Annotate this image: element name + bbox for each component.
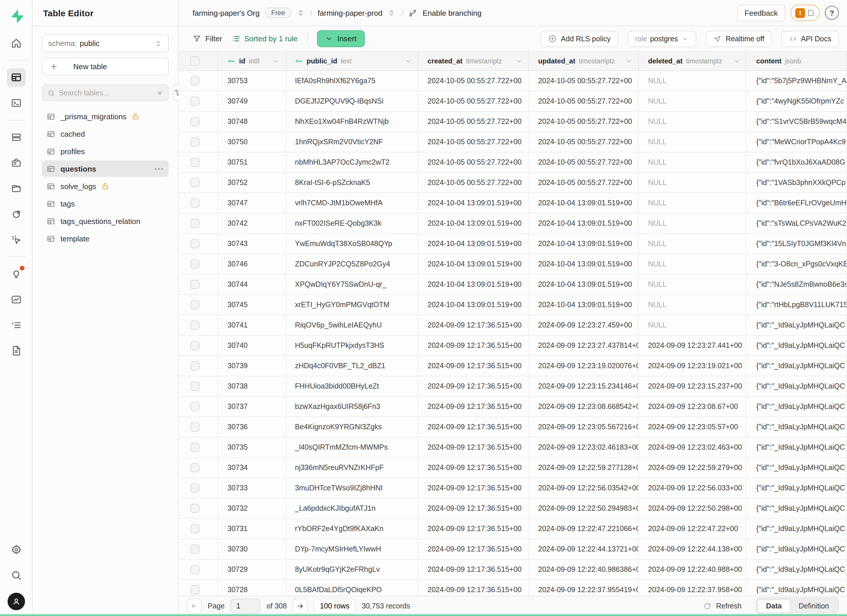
grid-cell[interactable]: 30733 xyxy=(218,478,286,498)
grid-cell[interactable]: 30735 xyxy=(218,438,286,457)
grid-cell[interactable]: 2024-10-05 00:55:27.722+00 xyxy=(529,173,639,193)
grid-cell[interactable]: 30744 xyxy=(218,274,286,294)
rows-per-page-button[interactable]: 100 rows xyxy=(314,598,356,614)
column-header-id[interactable]: idint8 xyxy=(218,52,286,71)
grid-cell[interactable]: 2024-10-05 00:55:27.722+00 xyxy=(418,71,529,91)
grid-cell[interactable]: DYp-7mcyMSIrHefLYIwwH xyxy=(286,539,418,559)
grid-cell[interactable]: 2024-09-09 12:17:36.515+00 xyxy=(418,315,529,335)
column-header-updated_at[interactable]: updated_attimestamptz xyxy=(529,52,639,71)
grid-cell[interactable]: 2024-09-09 12:17:36.515+00 xyxy=(418,438,529,457)
grid-cell[interactable]: 2024-10-05 00:55:27.722+00 xyxy=(418,173,529,193)
grid-cell[interactable]: 2024-10-04 13:09:01.519+00 xyxy=(529,193,639,213)
grid-cell[interactable]: 30739 xyxy=(218,356,286,376)
grid-cell[interactable]: 2024-10-05 00:55:27.722+00 xyxy=(529,91,639,111)
grid-cell[interactable]: 30732 xyxy=(218,498,286,518)
grid-cell[interactable]: H5uqFKpRUTPkjxdysT3HS xyxy=(286,336,418,355)
grid-cell[interactable]: 2024-09-09 12:17:36.515+00 xyxy=(418,498,529,518)
grid-cell[interactable]: 2024-09-09 12:22:37.958+00 xyxy=(639,580,747,595)
grid-cell[interactable]: NULL xyxy=(639,295,747,315)
grid-cell[interactable]: 30751 xyxy=(218,152,286,172)
grid-cell[interactable]: 2024-09-09 12:22:50.294983+00 xyxy=(529,498,639,518)
row-checkbox[interactable] xyxy=(190,239,199,248)
grid-cell[interactable]: {"id":"rtHbLpgB8V11LUK7152 xyxy=(747,295,847,315)
grid-cell[interactable]: RiqOV6p_5wihLeIAEQyhU xyxy=(286,315,418,335)
grid-cell[interactable]: 2024-09-09 12:23:15.234146+00 xyxy=(529,376,639,396)
row-checkbox[interactable] xyxy=(190,97,199,106)
grid-cell[interactable]: NULL xyxy=(639,315,747,335)
docs-icon[interactable] xyxy=(7,342,25,360)
grid-cell[interactable]: 2024-09-09 12:22:40.988+00 xyxy=(639,560,747,579)
grid-cell[interactable]: zHDq4c0F0VBF_TL2_dBZ1 xyxy=(286,356,418,376)
grid-cell[interactable]: DGEJfJZPQUV9Q-IBqsNSi xyxy=(286,91,418,111)
grid-cell[interactable]: 2024-09-09 12:22:56.03542+00 xyxy=(529,478,639,498)
grid-cell[interactable]: 2024-10-04 13:09:01.519+00 xyxy=(529,274,639,294)
new-table-button[interactable]: New table xyxy=(42,57,169,76)
grid-cell[interactable]: 3muDHTceTWso9IZj8hHNI xyxy=(286,478,418,498)
search-tables-input[interactable] xyxy=(59,89,152,97)
grid-cell[interactable]: NULL xyxy=(639,254,747,274)
grid-cell[interactable]: {"id":"_Id9aLyJpMHQLaiQC xyxy=(747,356,847,376)
settings-icon[interactable] xyxy=(7,540,25,559)
grid-cell[interactable]: 2024-09-09 12:23:27.437814+00 xyxy=(529,336,639,355)
grid-cell[interactable]: 30741 xyxy=(218,315,286,335)
row-checkbox[interactable] xyxy=(190,463,199,472)
grid-cell[interactable]: 30753 xyxy=(218,71,286,91)
grid-cell[interactable]: 30748 xyxy=(218,112,286,131)
row-checkbox[interactable] xyxy=(190,219,199,228)
row-checkbox[interactable] xyxy=(190,382,199,391)
sidebar-table-item[interactable]: tags_questions_relation xyxy=(42,213,169,229)
row-checkbox[interactable] xyxy=(190,117,199,126)
grid-cell[interactable]: 2024-09-09 12:17:36.515+00 xyxy=(418,580,529,595)
grid-cell[interactable]: {"id":"15LSIyT0JGMf3Kl4Vn xyxy=(747,234,847,253)
sidebar-table-item[interactable]: questions··· xyxy=(42,161,169,177)
grid-cell[interactable]: {"id":"_Id9aLyJpMHQLaiQC xyxy=(747,376,847,396)
grid-cell[interactable]: 2024-10-05 00:55:27.722+00 xyxy=(529,152,639,172)
column-header-public_id[interactable]: public_idtext xyxy=(286,52,418,71)
grid-cell[interactable]: 2024-09-09 12:22:44.13721+00 xyxy=(529,539,639,559)
tab-definition[interactable]: Definition xyxy=(791,599,837,613)
enable-branching-button[interactable]: Enable branching xyxy=(423,9,481,17)
supabase-logo[interactable] xyxy=(7,7,25,26)
grid-cell[interactable]: {"id":"_Id9aLyJpMHQLaiQC xyxy=(747,417,847,437)
sidebar-table-item[interactable]: template xyxy=(42,230,169,247)
grid-cell[interactable]: {"id":"_Id9aLyJpMHQLaiQC xyxy=(747,498,847,518)
reports-icon[interactable] xyxy=(7,290,25,309)
row-checkbox[interactable] xyxy=(190,565,199,574)
grid-cell[interactable]: vrlh7CMD-JtM1bOweMHfA xyxy=(286,193,418,213)
grid-cell[interactable]: NULL xyxy=(639,173,747,193)
grid-cell[interactable]: 30743 xyxy=(218,234,286,253)
grid-cell[interactable]: 2024-10-05 00:55:27.722+00 xyxy=(418,132,529,152)
grid-cell[interactable]: {"id":"_Id9aLyJpMHQLaiQC xyxy=(747,478,847,498)
grid-cell[interactable]: 30747 xyxy=(218,193,286,213)
row-checkbox[interactable] xyxy=(190,422,199,432)
grid-cell[interactable]: NULL xyxy=(639,214,747,233)
row-checkbox[interactable] xyxy=(190,524,199,533)
column-header-deleted_at[interactable]: deleted_attimestamptz xyxy=(639,52,747,71)
grid-cell[interactable]: 2024-09-09 12:17:36.515+00 xyxy=(418,336,529,355)
table-options-button[interactable]: ··· xyxy=(155,164,164,173)
breadcrumb-org[interactable]: farming-paper's Org xyxy=(193,9,260,17)
grid-cell[interactable]: 0L5BAfDaLDl5rQOiqeKPO xyxy=(286,580,418,595)
grid-cell[interactable]: 2024-09-09 12:23:19.020076+00 xyxy=(529,356,639,376)
grid-cell[interactable]: Be4KignzoK9YRGNI3Zgks xyxy=(286,417,418,437)
notifications-button[interactable]: ! xyxy=(791,4,820,21)
grid-cell[interactable]: 2024-10-04 13:09:01.519+00 xyxy=(529,254,639,274)
page-input[interactable] xyxy=(230,598,261,614)
api-docs-button[interactable]: API Docs xyxy=(781,31,839,47)
sidebar-table-item[interactable]: profiles xyxy=(42,143,169,159)
grid-cell[interactable]: FHHUioa3bidd00BHyLeZt xyxy=(286,376,418,396)
refresh-button[interactable]: Refresh xyxy=(703,602,742,610)
grid-cell[interactable]: NULL xyxy=(639,234,747,253)
logs-icon[interactable] xyxy=(7,316,25,335)
grid-cell[interactable]: 30728 xyxy=(218,580,286,595)
grid-cell[interactable]: NULL xyxy=(639,193,747,213)
row-checkbox[interactable] xyxy=(190,544,199,554)
grid-cell[interactable]: {"id":"_Id9aLyJpMHQLaiQC xyxy=(747,458,847,477)
column-menu-chevron-icon[interactable] xyxy=(733,57,741,65)
edge-functions-icon[interactable] xyxy=(7,205,25,223)
grid-cell[interactable]: 2024-09-09 12:17:36.515+00 xyxy=(418,356,529,376)
sort-button[interactable]: Sorted by 1 rule xyxy=(232,34,298,43)
grid-cell[interactable]: 2024-10-05 00:55:27.722+00 xyxy=(418,91,529,111)
search-icon[interactable] xyxy=(7,566,25,585)
row-checkbox[interactable] xyxy=(190,198,199,208)
